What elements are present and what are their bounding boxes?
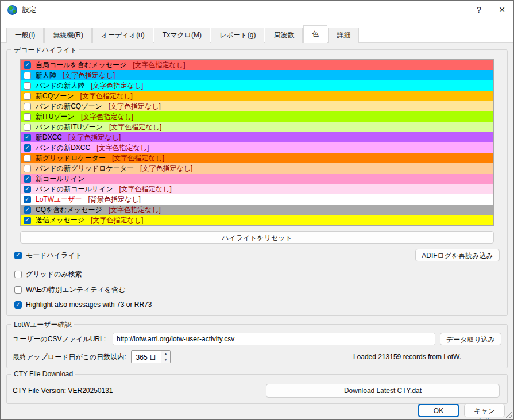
row-label: 自局コールを含むメッセージ [36,60,126,70]
tab-1[interactable]: 無線機(R) [44,28,92,43]
row-suffix: [文字色指定なし] [119,184,172,194]
tab-label: 周波数 [273,31,294,39]
row-label: バンドの新CQゾーン [36,102,102,111]
grid-only-checkbox[interactable]: ✓ グリッドのみ検索 [14,269,501,279]
tab-4[interactable]: レポート(g) [211,28,265,43]
row-suffix: [文字色指定なし] [81,112,133,122]
age-days-value: 365 日 [132,351,161,363]
row-suffix: [文字色指定なし] [96,143,149,153]
highlight-row[interactable]: ✓ 送信メッセージ [文字色指定なし] [21,215,493,225]
highlight-row[interactable]: ✓ バンドの新CQゾーン [文字色指定なし] [21,101,493,111]
tab-7[interactable]: 詳細 [328,28,359,43]
highlight-row[interactable]: ✓ 新CQゾーン [文字色指定なし] [21,91,493,101]
row-suffix: [文字色指定なし] [133,60,185,70]
spinner-buttons: ▲ ▼ [161,351,170,363]
row-checkbox[interactable]: ✓ [24,82,31,90]
wae-checkbox[interactable]: ✓ WAEの特別エンティティを含む [14,285,501,295]
highlight-row[interactable]: ✓ 自局コールを含むメッセージ [文字色指定なし] [21,60,493,70]
csv-url-label: ユーザーのCSVファイルURL: [13,334,106,344]
highlight-73-label: Highlight also messages with 73 or RR73 [26,300,152,309]
close-icon[interactable]: ✕ [490,1,513,19]
row-checkbox[interactable]: ✓ [24,144,31,152]
tab-label: レポート(g) [219,31,256,39]
tab-bar: 一般(I)無線機(R)オーディオ(u)Txマクロ(M)レポート(g)周波数色詳細 [1,19,513,43]
reload-adif-button[interactable]: ADIFログを再読み込み [415,249,500,261]
row-suffix: [文字色指定なし] [112,153,164,163]
decode-highlight-group: デコードハイライト ✓ 自局コールを含むメッセージ [文字色指定なし] ✓ 新大… [6,49,508,316]
row-label: LoTWユーザー [36,195,82,205]
fetch-data-button[interactable]: データ取り込み [440,333,501,345]
window-title: 設定 [22,5,36,15]
row-checkbox[interactable]: ✓ [24,72,31,79]
highlight-row[interactable]: ✓ 新大陸 [文字色指定なし] [21,70,493,80]
checkbox-icon: ✓ [14,271,22,278]
highlight-row[interactable]: ✓ 新コールサイン [21,174,493,184]
row-checkbox[interactable]: ✓ [24,93,31,100]
spin-up-icon[interactable]: ▲ [161,351,170,357]
app-globe-icon [7,5,17,15]
cty-row: CTY File Version: VER20250131 Download L… [13,384,501,398]
help-button[interactable]: ? [467,1,490,19]
tab-3[interactable]: Txマクロ(M) [154,28,210,43]
tab-label: 一般(I) [15,31,35,39]
highlight-row[interactable]: ✓ バンドの新グリッドロケーター [文字色指定なし] [21,163,493,174]
highlight-row[interactable]: ✓ バンドの新コールサイン [文字色指定なし] [21,184,493,194]
row-label: バンドの新DXCC [36,143,90,153]
row-checkbox[interactable]: ✓ [24,124,31,131]
row-checkbox[interactable]: ✓ [24,165,31,172]
highlight-row[interactable]: ✓ バンドの新DXCC [文字色指定なし] [21,142,493,153]
lotw-url-row: ユーザーのCSVファイルURL: データ取り込み [13,333,501,345]
ok-button[interactable]: OK [418,404,459,417]
row-checkbox[interactable]: ✓ [24,103,31,110]
row-suffix: [文字色指定なし] [109,205,161,215]
mode-highlight-checkbox[interactable]: ✓ モードハイライト [14,251,82,260]
row-checkbox[interactable]: ✓ [24,217,31,224]
tab-label: オーディオ(u) [101,31,145,39]
row-label: 新CQゾーン [36,91,74,101]
cty-group: CTY File Download CTY File Version: VER2… [6,374,508,404]
highlight-row[interactable]: ✓ 新グリッドロケーター [文字色指定なし] [21,153,493,163]
row-checkbox[interactable]: ✓ [24,186,31,193]
age-days-spinner[interactable]: 365 日 ▲ ▼ [131,350,171,363]
highlight-row[interactable]: ✓ バンドの新大陸 [文字色指定なし] [21,80,493,91]
row-label: 送信メッセージ [36,215,84,225]
wae-label: WAEの特別エンティティを含む [26,285,125,295]
reset-highlight-button[interactable]: ハイライトをリセット [20,231,494,244]
row-label: バンドの新コールサイン [36,184,113,194]
age-days-label: 最終アップロード日がこの日数以内: [13,352,126,362]
tab-label: 色 [312,30,319,38]
row-checkbox[interactable]: ✓ [24,206,31,214]
row-checkbox[interactable]: ✓ [24,175,31,183]
row-checkbox[interactable]: ✓ [24,134,31,141]
cancel-button[interactable]: キャンセル [464,404,505,417]
tab-label: 無線機(R) [53,31,83,39]
row-label: 新コールサイン [36,174,84,184]
spin-down-icon[interactable]: ▼ [161,357,170,363]
highlight-list: ✓ 自局コールを含むメッセージ [文字色指定なし] ✓ 新大陸 [文字色指定なし… [20,59,494,226]
row-suffix: [文字色指定なし] [63,71,115,80]
row-checkbox[interactable]: ✓ [24,61,31,69]
tab-active[interactable]: 色 [303,25,327,43]
row-checkbox[interactable]: ✓ [24,155,31,162]
download-cty-button[interactable]: Download Latest CTY.dat [266,384,500,398]
lotw-status-text: Loaded 213159 records from LotW. [353,353,461,361]
tab-5[interactable]: 周波数 [265,28,303,43]
highlight-73-checkbox[interactable]: ✓ Highlight also messages with 73 or RR7… [14,300,501,309]
row-suffix: [文字色指定なし] [109,122,161,132]
tab-0[interactable]: 一般(I) [6,28,44,43]
highlight-row[interactable]: ✓ LoTWユーザー [背景色指定なし] [21,194,493,205]
row-checkbox[interactable]: ✓ [24,196,31,203]
highlight-row[interactable]: ✓ 新ITUゾーン [文字色指定なし] [21,111,493,122]
highlight-row[interactable]: ✓ 新DXCC [文字色指定なし] [21,132,493,142]
titlebar: 設定 ? ✕ [1,1,513,19]
csv-url-input[interactable] [113,333,435,345]
dialog-footer: OK キャンセル [6,404,508,420]
highlight-row[interactable]: ✓ CQを含むメッセージ [文字色指定なし] [21,205,493,215]
resize-grip[interactable] [505,411,512,418]
color-tab-content: デコードハイライト ✓ 自局コールを含むメッセージ [文字色指定なし] ✓ 新大… [1,43,513,420]
lotw-group: LotWユーザー確認 ユーザーのCSVファイルURL: データ取り込み 最終アッ… [6,324,508,368]
row-label: バンドの新大陸 [36,81,84,91]
row-checkbox[interactable]: ✓ [24,113,31,121]
highlight-row[interactable]: ✓ バンドの新ITUゾーン [文字色指定なし] [21,122,493,132]
tab-2[interactable]: オーディオ(u) [92,28,153,43]
